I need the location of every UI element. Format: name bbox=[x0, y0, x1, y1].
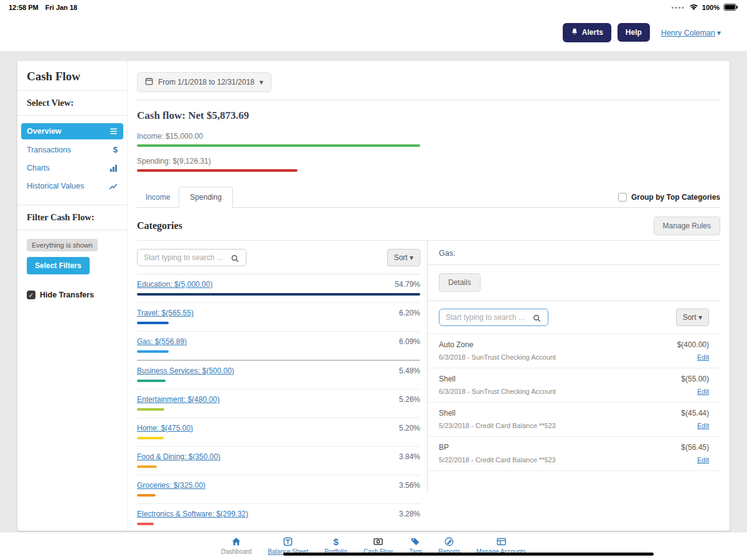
edit-link[interactable]: Edit bbox=[677, 353, 709, 361]
category-bar bbox=[137, 350, 169, 353]
tab-income[interactable]: Income bbox=[137, 187, 179, 207]
detail-panel: Gas: Details Sort ▾ Auto Zone6/3/2018 - … bbox=[427, 241, 720, 492]
category-bar bbox=[137, 322, 169, 324]
category-bar bbox=[137, 293, 420, 296]
category-bar bbox=[137, 437, 164, 439]
transaction-name: Auto Zone bbox=[439, 340, 556, 349]
category-percent: 54.79% bbox=[395, 280, 420, 289]
sidebar-item-label: Historical Values bbox=[27, 182, 84, 190]
category-link[interactable]: Travel: $(565.55) bbox=[137, 309, 194, 317]
transaction-row: Auto Zone6/3/2018 - SunTrust Checking Ac… bbox=[428, 334, 720, 368]
transaction-row: Shell5/23/2018 - Credit Card Balance **5… bbox=[428, 403, 720, 437]
transaction-list: Auto Zone6/3/2018 - SunTrust Checking Ac… bbox=[428, 334, 720, 492]
category-percent: 5.20% bbox=[399, 424, 420, 432]
details-row: Details bbox=[428, 265, 720, 301]
divider bbox=[137, 100, 720, 100]
list-icon bbox=[110, 128, 118, 135]
transaction-meta: 5/22/2018 - Credit Card Balance **523 bbox=[439, 456, 556, 464]
transaction-meta: 5/23/2018 - Credit Card Balance **523 bbox=[439, 422, 556, 429]
select-filters-button[interactable]: Select Filters bbox=[27, 257, 90, 274]
category-link[interactable]: Gas: $(556.89) bbox=[137, 337, 187, 346]
tab-spending[interactable]: Spending bbox=[179, 187, 233, 208]
tabs: Income Spending bbox=[137, 187, 233, 207]
net-cash-flow-title: Cash flow: Net $5,873.69 bbox=[137, 110, 720, 122]
category-bar bbox=[137, 380, 166, 382]
transaction-row: BP5/22/2018 - Credit Card Balance **523$… bbox=[428, 437, 720, 471]
help-button-label: Help bbox=[626, 28, 642, 37]
category-bar bbox=[137, 494, 156, 497]
detail-sort-button[interactable]: Sort ▾ bbox=[676, 309, 709, 326]
transaction-amount: $(56.45) bbox=[681, 443, 709, 452]
edit-link[interactable]: Edit bbox=[681, 422, 709, 429]
category-row: Entertainment: $(480.00)5.26% bbox=[137, 390, 420, 418]
caret-down-icon: ▾ bbox=[717, 28, 721, 37]
nav-item-dashboard[interactable]: Dashboard bbox=[221, 536, 251, 555]
category-link[interactable]: Business Services: $(500.00) bbox=[137, 366, 234, 375]
alerts-button[interactable]: Alerts bbox=[563, 23, 611, 42]
sidebar-item-transactions[interactable]: Transactions$ bbox=[21, 141, 123, 158]
details-button[interactable]: Details bbox=[439, 273, 481, 292]
screen: 12:58 PM Fri Jan 18 •••• 100% Alerts Hel… bbox=[0, 0, 747, 560]
detail-toolbar: Sort ▾ bbox=[428, 301, 720, 334]
date-range-button[interactable]: From 1/1/2018 to 12/31/2018 ▾ bbox=[137, 72, 271, 92]
category-link[interactable]: Education: $(5,000.00) bbox=[137, 280, 212, 289]
user-menu-link[interactable]: Henry Coleman▾ bbox=[661, 28, 721, 37]
user-name: Henry Coleman bbox=[661, 29, 715, 37]
search-icon bbox=[231, 254, 239, 265]
category-row: Food & Dining: $(350.00)3.84% bbox=[137, 447, 420, 475]
manage-rules-button[interactable]: Manage Rules bbox=[654, 217, 720, 235]
category-link[interactable]: Groceries: $(325.00) bbox=[137, 481, 205, 490]
detail-search-box bbox=[439, 309, 548, 326]
categories-header-row: Categories Manage Rules bbox=[137, 217, 720, 241]
filter-heading: Filter Cash Flow: bbox=[17, 205, 127, 230]
sidebar-item-overview[interactable]: Overview bbox=[21, 123, 123, 139]
bar-chart-icon bbox=[110, 164, 118, 172]
category-toolbar: Sort ▾ bbox=[137, 249, 420, 274]
transaction-amount: $(45.44) bbox=[681, 409, 709, 418]
transaction-meta: 6/3/2018 - SunTrust Checking Account bbox=[439, 388, 556, 395]
hide-transfers-label: Hide Transfers bbox=[40, 291, 94, 299]
transaction-name: Shell bbox=[439, 375, 556, 383]
date-range-label: From 1/1/2018 to 12/31/2018 bbox=[158, 78, 255, 86]
filter-body: Everything is shown Select Filters ✓ Hid… bbox=[17, 230, 127, 308]
search-icon bbox=[533, 314, 541, 325]
category-percent: 5.48% bbox=[399, 366, 420, 375]
edit-link[interactable]: Edit bbox=[681, 456, 709, 464]
bottom-nav: DashboardBalance Sheet$PortfolioCash Flo… bbox=[0, 532, 747, 560]
category-column: Sort ▾ Education: $(5,000.00)54.79%Trave… bbox=[137, 241, 420, 531]
transaction-name: Shell bbox=[439, 409, 556, 418]
transaction-amount: $(55.00) bbox=[681, 375, 709, 383]
date-label: Fri Jan 18 bbox=[45, 4, 77, 11]
transaction-meta: 6/3/2018 - SunTrust Checking Account bbox=[439, 353, 556, 361]
sidebar-item-historical-values[interactable]: Historical Values bbox=[21, 178, 123, 194]
category-link[interactable]: Home: $(475.00) bbox=[137, 424, 193, 432]
sidebar-item-label: Overview bbox=[27, 127, 62, 136]
hide-transfers-checkbox[interactable]: ✓ bbox=[27, 291, 35, 299]
category-link[interactable]: Food & Dining: $(350.00) bbox=[137, 452, 220, 461]
category-link[interactable]: Entertainment: $(480.00) bbox=[137, 395, 220, 404]
cash-flow-card: Cash Flow Select View: OverviewTransacti… bbox=[17, 61, 730, 531]
home-icon bbox=[232, 536, 241, 546]
group-by-checkbox[interactable] bbox=[618, 193, 627, 202]
sidebar: Cash Flow Select View: OverviewTransacti… bbox=[17, 61, 128, 531]
tabs-row: Income Spending Group by Top Categories bbox=[137, 187, 720, 208]
detail-search-input[interactable] bbox=[439, 309, 527, 325]
edit-link[interactable]: Edit bbox=[681, 388, 709, 395]
sidebar-item-charts[interactable]: Charts bbox=[21, 160, 123, 176]
category-search-input[interactable] bbox=[138, 250, 225, 266]
category-row: Gas: $(556.89)6.09% bbox=[137, 332, 420, 361]
category-row: Business Services: $(500.00)5.48% bbox=[137, 361, 420, 390]
category-percent: 5.26% bbox=[399, 395, 420, 404]
category-link[interactable]: Electronics & Software: $(299.32) bbox=[137, 510, 248, 518]
clock: 12:58 PM bbox=[9, 4, 39, 11]
category-sort-button[interactable]: Sort ▾ bbox=[387, 249, 420, 266]
home-indicator[interactable] bbox=[283, 553, 654, 556]
category-row: Home: $(475.00)5.20% bbox=[137, 418, 420, 447]
battery-percent: 100% bbox=[702, 4, 720, 11]
help-button[interactable]: Help bbox=[618, 23, 650, 42]
hide-transfers-row[interactable]: ✓ Hide Transfers bbox=[27, 291, 118, 299]
category-list: Education: $(5,000.00)54.79%Travel: $(56… bbox=[137, 274, 420, 531]
group-by-label: Group by Top Categories bbox=[631, 193, 720, 202]
group-by-top-categories[interactable]: Group by Top Categories bbox=[618, 193, 720, 207]
transaction-row: Shell6/3/2018 - SunTrust Checking Accoun… bbox=[428, 368, 720, 403]
